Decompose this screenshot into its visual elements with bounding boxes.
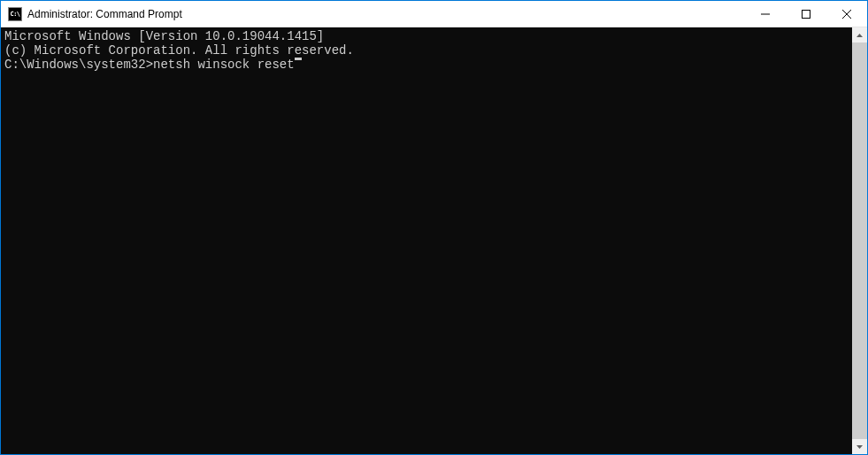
command-input[interactable]: netsh winsock reset (153, 58, 295, 72)
maximize-icon (802, 10, 810, 19)
minimize-icon (761, 10, 770, 19)
chevron-up-icon (856, 34, 863, 37)
scroll-track[interactable] (852, 42, 867, 439)
prompt-text: C:\Windows\system32> (4, 58, 153, 72)
window-controls (745, 1, 867, 27)
content-area: Microsoft Windows [Version 10.0.19044.14… (1, 27, 867, 454)
maximize-button[interactable] (786, 1, 826, 27)
scroll-up-button[interactable] (852, 27, 867, 42)
cmd-icon-label: C:\ (10, 11, 19, 18)
copyright-line: (c) Microsoft Corporation. All rights re… (4, 43, 852, 58)
vertical-scrollbar[interactable] (852, 27, 867, 454)
minimize-button[interactable] (745, 1, 786, 27)
scroll-thumb[interactable] (852, 42, 867, 439)
scroll-down-button[interactable] (852, 439, 867, 454)
command-prompt-window: C:\ Administrator: Command Prompt (0, 0, 868, 455)
window-title: Administrator: Command Prompt (27, 8, 745, 20)
titlebar[interactable]: C:\ Administrator: Command Prompt (1, 1, 867, 27)
close-button[interactable] (826, 1, 867, 27)
version-line: Microsoft Windows [Version 10.0.19044.14… (4, 29, 852, 43)
terminal-output[interactable]: Microsoft Windows [Version 10.0.19044.14… (1, 27, 852, 454)
svg-rect-1 (803, 10, 810, 18)
prompt-line: C:\Windows\system32>netsh winsock reset (4, 58, 852, 72)
cmd-icon: C:\ (8, 7, 22, 21)
cursor (295, 58, 302, 60)
chevron-down-icon (856, 445, 863, 449)
close-icon (842, 10, 851, 19)
